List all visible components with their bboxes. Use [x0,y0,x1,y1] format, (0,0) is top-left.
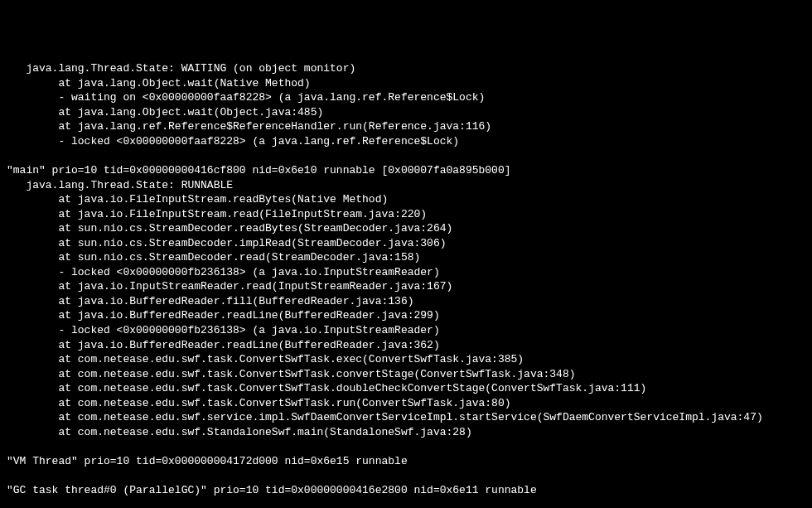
terminal-line: at sun.nio.cs.StreamDecoder.readBytes(St… [7,221,805,236]
terminal-line: at java.io.InputStreamReader.read(InputS… [7,279,805,294]
terminal-line: at sun.nio.cs.StreamDecoder.read(StreamD… [7,250,805,265]
terminal-line: at java.io.FileInputStream.readBytes(Nat… [7,192,805,207]
terminal-line: java.lang.Thread.State: RUNNABLE [7,178,805,193]
terminal-output: java.lang.Thread.State: WAITING (on obje… [7,61,805,508]
terminal-line: at java.lang.ref.Reference$ReferenceHand… [7,119,805,134]
terminal-line: - locked <0x00000000fb236138> (a java.io… [7,323,805,338]
terminal-line: at java.lang.Object.wait(Native Method) [7,76,805,91]
terminal-line: at java.io.BufferedReader.readLine(Buffe… [7,338,805,353]
terminal-line: at com.netease.edu.swf.task.ConvertSwfTa… [7,381,805,396]
terminal-line: at com.netease.edu.swf.task.ConvertSwfTa… [7,396,805,411]
terminal-line: at java.io.FileInputStream.read(FileInpu… [7,207,805,222]
terminal-line: - waiting on <0x00000000faaf8228> (a jav… [7,90,805,105]
terminal-line: at com.netease.edu.swf.StandaloneSwf.mai… [7,425,805,440]
terminal-line [7,469,805,484]
terminal-line: - locked <0x00000000faaf8228> (a java.la… [7,134,805,149]
terminal-line: at java.io.BufferedReader.fill(BufferedR… [7,294,805,309]
terminal-line: at sun.nio.cs.StreamDecoder.implRead(Str… [7,236,805,251]
terminal-line [7,498,805,508]
terminal-line: java.lang.Thread.State: WAITING (on obje… [7,61,805,76]
terminal-line: - locked <0x00000000fb236138> (a java.io… [7,265,805,280]
terminal-line: "VM Thread" prio=10 tid=0x000000004172d0… [7,454,805,469]
terminal-line: "GC task thread#0 (ParallelGC)" prio=10 … [7,483,805,498]
terminal-line: "main" prio=10 tid=0x00000000416cf800 ni… [7,163,805,178]
terminal-line: at java.io.BufferedReader.readLine(Buffe… [7,308,805,323]
terminal-line [7,148,805,163]
terminal-line: at com.netease.edu.swf.task.ConvertSwfTa… [7,352,805,367]
terminal-line: at java.lang.Object.wait(Object.java:485… [7,105,805,120]
terminal-line: at com.netease.edu.swf.service.impl.SwfD… [7,410,805,425]
terminal-line [7,439,805,454]
terminal-line: at com.netease.edu.swf.task.ConvertSwfTa… [7,367,805,382]
